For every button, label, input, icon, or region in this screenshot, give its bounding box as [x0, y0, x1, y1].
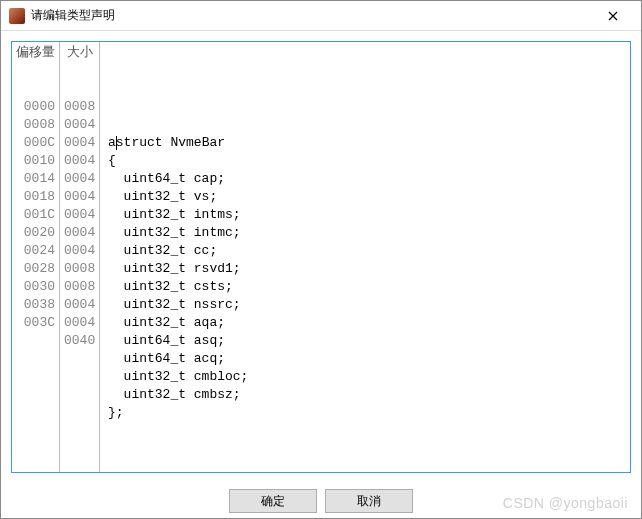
size-cell: 0008	[60, 278, 99, 296]
code-line[interactable]: uint64_t acq;	[104, 350, 630, 368]
ok-button[interactable]: 确定	[229, 489, 317, 513]
code-line[interactable]: uint32_t cmbloc;	[104, 368, 630, 386]
app-icon	[9, 8, 25, 24]
offset-header: 偏移量	[12, 44, 59, 62]
offset-cell: 0028	[12, 260, 59, 278]
offset-cell: 000C	[12, 134, 59, 152]
offset-cell: 0020	[12, 224, 59, 242]
code-line[interactable]: uint32_t intmc;	[104, 224, 630, 242]
code-line[interactable]: uint32_t csts;	[104, 278, 630, 296]
size-cell: 0004	[60, 170, 99, 188]
size-cell	[60, 80, 99, 98]
offset-cell: 0014	[12, 170, 59, 188]
offset-cell: 0010	[12, 152, 59, 170]
size-column: 大小 0008000400040004000400040004000400040…	[60, 42, 100, 472]
button-bar: 确定 取消	[1, 483, 641, 519]
offset-cell	[12, 62, 59, 80]
code-line[interactable]: {	[104, 152, 630, 170]
code-line[interactable]: uint64_t cap;	[104, 170, 630, 188]
offset-cell: 0000	[12, 98, 59, 116]
size-cell: 0004	[60, 134, 99, 152]
size-cell: 0004	[60, 206, 99, 224]
size-cell: 0004	[60, 242, 99, 260]
titlebar: 请编辑类型声明	[1, 1, 641, 31]
code-line[interactable]: uint32_t cmbsz;	[104, 386, 630, 404]
size-cell: 0004	[60, 116, 99, 134]
close-icon	[608, 11, 618, 21]
cancel-button[interactable]: 取消	[325, 489, 413, 513]
size-cell: 0004	[60, 224, 99, 242]
code-line[interactable]: uint32_t aqa;	[104, 314, 630, 332]
size-cell	[60, 62, 99, 80]
close-button[interactable]	[593, 2, 633, 30]
window-title: 请编辑类型声明	[31, 7, 593, 24]
offset-cell: 0038	[12, 296, 59, 314]
size-header: 大小	[60, 44, 99, 62]
code-line[interactable]: astruct NvmeBar	[104, 134, 630, 152]
offset-cell: 003C	[12, 314, 59, 332]
size-cell: 0004	[60, 296, 99, 314]
offset-cell: 001C	[12, 206, 59, 224]
offset-column: 偏移量 00000008000C001000140018001C00200024…	[12, 42, 60, 472]
code-line[interactable]: };	[104, 404, 630, 422]
code-line[interactable]: uint32_t cc;	[104, 242, 630, 260]
size-cell: 0004	[60, 314, 99, 332]
code-editor[interactable]: astruct NvmeBar{ uint64_t cap; uint32_t …	[100, 42, 630, 472]
size-cell: 0008	[60, 98, 99, 116]
offset-cell: 0024	[12, 242, 59, 260]
offset-cell: 0008	[12, 116, 59, 134]
size-cell: 0008	[60, 260, 99, 278]
offset-cell	[12, 80, 59, 98]
dialog-content: 偏移量 00000008000C001000140018001C00200024…	[1, 31, 641, 483]
offset-cell: 0018	[12, 188, 59, 206]
size-cell: 0004	[60, 152, 99, 170]
size-cell: 0004	[60, 188, 99, 206]
size-cell: 0040	[60, 332, 99, 350]
code-line[interactable]: uint32_t nssrc;	[104, 296, 630, 314]
offset-cell: 0030	[12, 278, 59, 296]
offset-cell	[12, 332, 59, 350]
editor-panel: 偏移量 00000008000C001000140018001C00200024…	[11, 41, 631, 473]
code-line[interactable]: uint32_t intms;	[104, 206, 630, 224]
code-line[interactable]: uint32_t vs;	[104, 188, 630, 206]
code-line[interactable]: uint32_t rsvd1;	[104, 260, 630, 278]
code-line[interactable]: uint64_t asq;	[104, 332, 630, 350]
